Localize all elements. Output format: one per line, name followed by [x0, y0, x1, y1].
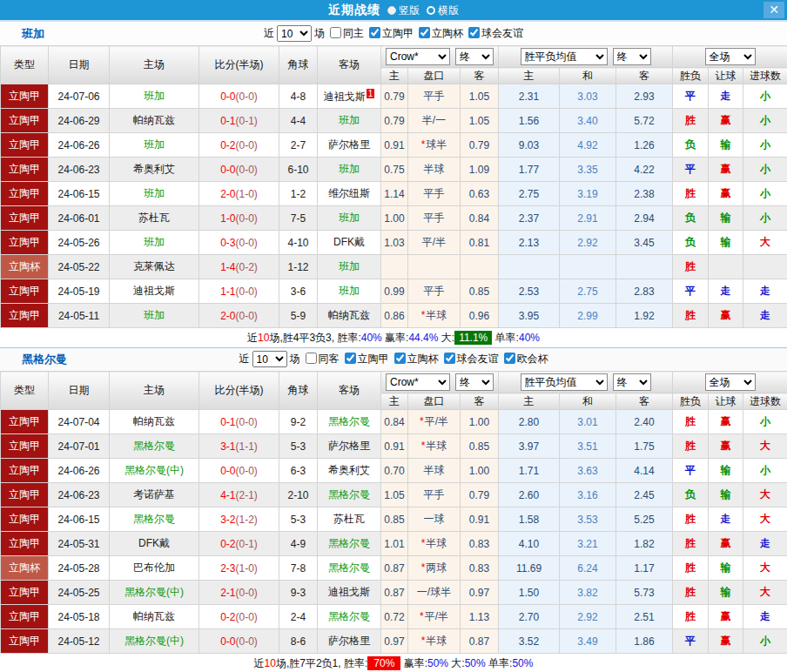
scope-select[interactable]: 全场 [705, 48, 756, 65]
fulltime-score: 0-1 [220, 416, 235, 428]
summary-part-6: 大: [438, 332, 454, 344]
odds-company-select[interactable]: Crow* [386, 48, 450, 65]
avg-home: 2.60 [499, 483, 560, 507]
layout-radio-horizontal-label[interactable]: 横版 [438, 4, 459, 17]
col-home-team: 黑格尔曼 [110, 434, 199, 459]
handicap-text: 平/半 [422, 236, 446, 248]
competition-checkbox-1[interactable] [394, 353, 406, 364]
result-sub-header-0: 胜负 [673, 68, 709, 84]
column-header-1: 日期 [49, 46, 110, 84]
odds-handicap: 平手 [408, 84, 461, 109]
avg-select[interactable]: 胜平负均值 [521, 48, 608, 65]
avg-sub-header-0: 主 [499, 68, 560, 84]
col-corners: 4-10 [279, 231, 318, 255]
avg-draw: 2.92 [560, 231, 616, 255]
same-venue-checkbox[interactable] [306, 353, 317, 364]
match-count-select[interactable]: 10 [277, 25, 312, 42]
result-char: 胜 [685, 260, 696, 272]
odds-home: 0.75 [381, 158, 408, 182]
col-corners: 9-2 [279, 410, 318, 434]
col-date: 24-06-15 [49, 507, 110, 532]
result-char: 负 [685, 138, 696, 151]
result-char: 大 [760, 513, 770, 525]
competition-checkbox-3[interactable] [504, 353, 515, 364]
col-away-team: 班加 [318, 255, 381, 279]
result-handicap: 走 [709, 507, 743, 532]
avg-away: 1.86 [616, 629, 673, 654]
avg-away [616, 255, 673, 279]
match-count-select[interactable]: 10 [252, 351, 287, 367]
col-away-team: DFK戴 [318, 231, 381, 255]
odds-final-select[interactable]: 终 [455, 48, 494, 65]
competition-label-3: 欧会杯 [517, 353, 548, 365]
fulltime-score: 3-2 [220, 514, 235, 526]
result-goals: 大 [743, 581, 787, 605]
layout-radio-vertical-label[interactable]: 竖版 [399, 4, 420, 17]
col-score: 0-1(0-1) [199, 109, 279, 133]
result-goals: 走 [743, 605, 787, 629]
halftime-score: (2-1) [236, 489, 258, 501]
result-wdl: 平 [673, 279, 709, 304]
result-char: 小 [760, 114, 770, 126]
handicap-text: 平/半 [425, 610, 448, 622]
avg-final-select[interactable]: 终 [613, 48, 651, 65]
odds-away: 0.91 [461, 507, 499, 532]
avg-draw: 3.63 [560, 459, 616, 483]
col-corners: 4-4 [279, 109, 318, 133]
same-venue-checkbox[interactable] [330, 27, 341, 38]
result-char: 负 [685, 212, 696, 224]
layout-radio-vertical-icon[interactable] [387, 6, 396, 15]
summary-part-7: 11.1% [454, 331, 492, 345]
odds-company-select[interactable]: Crow* [386, 373, 450, 391]
column-header-5: 客场 [318, 46, 381, 84]
result-wdl: 负 [673, 483, 709, 507]
result-char: 大 [760, 236, 770, 248]
result-handicap: 赢 [709, 182, 743, 206]
avg-draw: 2.91 [560, 206, 616, 231]
team-name: 班加 [22, 22, 44, 45]
avg-draw: 3.16 [560, 483, 616, 507]
result-wdl: 胜 [673, 434, 709, 459]
result-char: 走 [760, 285, 770, 297]
avg-home: 2.13 [499, 231, 560, 255]
odds-final-select[interactable]: 终 [455, 373, 494, 391]
col-home-team: 黑格尔曼(中) [110, 581, 199, 605]
handicap-star-icon: * [421, 537, 426, 549]
scope-select[interactable]: 全场 [705, 373, 756, 391]
halftime-score: (0-1) [236, 538, 258, 550]
competition-checkbox-2[interactable] [444, 353, 455, 364]
competition-checkbox-0[interactable] [345, 353, 356, 364]
col-league-type: 立陶甲 [1, 182, 49, 206]
competition-checkbox-0[interactable] [369, 27, 380, 38]
away-team-name: 班加 [339, 260, 360, 272]
result-wdl: 胜 [673, 410, 709, 434]
avg-select[interactable]: 胜平负均值 [521, 373, 608, 391]
odds-home: 1.05 [381, 483, 408, 507]
col-home-team: DFK戴 [110, 532, 199, 556]
away-team-name: 苏杜瓦 [333, 513, 365, 525]
odds-handicap: *半球 [408, 434, 461, 459]
handicap-text: 平手 [424, 285, 445, 297]
odds-home: 0.86 [381, 304, 408, 328]
handicap-text: 半球 [426, 309, 447, 321]
competition-checkbox-2[interactable] [468, 27, 480, 38]
result-handicap: 赢 [709, 109, 743, 133]
result-char: 小 [760, 187, 770, 199]
avg-final-select[interactable]: 终 [613, 373, 651, 391]
competition-checkbox-1[interactable] [419, 27, 430, 38]
table-row: 立陶杯24-05-28巴布伦加2-3(1-0)7-8黑格尔曼0.87*两球0.8… [1, 556, 787, 581]
competition-label-1: 立陶杯 [407, 353, 439, 365]
close-icon[interactable]: ✕ [763, 2, 784, 18]
result-char: 大 [760, 561, 770, 574]
col-away-team: 迪祖戈斯1 [318, 84, 381, 109]
halftime-score: (0-0) [236, 212, 258, 225]
result-handicap [709, 255, 743, 279]
result-handicap: 走 [709, 279, 743, 304]
layout-radio-horizontal-icon[interactable] [427, 6, 435, 15]
avg-home: 1.71 [499, 459, 560, 483]
result-wdl: 负 [673, 206, 709, 231]
odds-handicap: 平手 [408, 206, 461, 231]
result-wdl: 平 [673, 629, 709, 654]
odds-away: 0.85 [461, 279, 499, 304]
col-score: 0-0(0-0) [199, 158, 279, 182]
